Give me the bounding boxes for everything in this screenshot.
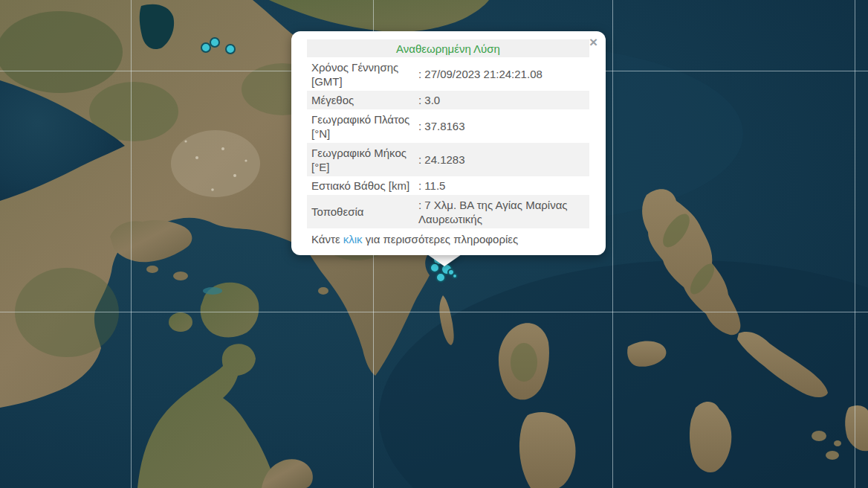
row-magnitude: Μέγεθος : 3.0 xyxy=(307,91,589,109)
graticule-vertical xyxy=(131,0,132,488)
forest-patch xyxy=(511,343,537,382)
map-viewport[interactable]: × Αναθεωρημένη Λύση Χρόνος Γέννησης [GMT… xyxy=(0,0,868,488)
earthquake-info-popup: × Αναθεωρημένη Λύση Χρόνος Γέννησης [GMT… xyxy=(291,31,606,255)
row-location: Τοποθεσία : 7 Χλμ. ΒΑ της Αγίας Μαρίνας … xyxy=(307,195,589,228)
islet xyxy=(318,287,328,295)
earthquake-marker[interactable] xyxy=(452,273,458,279)
row-latitude: Γεωγραφικό Πλάτος [°N] : 37.8163 xyxy=(307,109,589,143)
latitude-value: : 37.8163 xyxy=(418,117,586,135)
popup-title: Αναθεωρημένη Λύση xyxy=(307,39,589,57)
forest-patch xyxy=(0,11,123,93)
close-icon[interactable]: × xyxy=(589,35,597,49)
earthquake-marker[interactable] xyxy=(210,37,220,48)
footer-suffix: για περισσότερες πληροφορίες xyxy=(363,233,519,245)
depth-label: Εστιακό Βάθος [km] xyxy=(307,176,418,195)
islet xyxy=(834,440,841,446)
latitude-label: Γεωγραφικό Πλάτος [°N] xyxy=(307,110,418,143)
islet xyxy=(146,266,158,273)
graticule-horizontal xyxy=(0,312,868,312)
more-info-link[interactable]: κλικ xyxy=(343,233,363,245)
row-depth: Εστιακό Βάθος [km] : 11.5 xyxy=(307,176,589,195)
forest-patch xyxy=(15,268,119,357)
graticule-vertical xyxy=(612,0,613,488)
islet xyxy=(173,272,188,280)
popup-tail xyxy=(427,254,461,266)
footer-prefix: Κάντε xyxy=(311,233,343,245)
origin-time-value: : 27/09/2023 21:24:21.08 xyxy=(418,65,586,83)
longitude-label: Γεωγραφικό Μήκος [°E] xyxy=(307,144,418,176)
urban-athens xyxy=(171,130,260,197)
islet xyxy=(812,431,826,441)
row-origin-time: Χρόνος Γέννησης [GMT] : 27/09/2023 21:24… xyxy=(307,57,589,91)
row-longitude: Γεωγραφικό Μήκος [°E] : 24.1283 xyxy=(307,143,589,176)
longitude-value: : 24.1283 xyxy=(418,150,586,169)
magnitude-label: Μέγεθος xyxy=(307,91,418,109)
popup-footer: Κάντε κλικ για περισσότερες πληροφορίες xyxy=(307,228,589,247)
earthquake-marker[interactable] xyxy=(225,44,236,54)
location-value: : 7 Χλμ. ΒΑ της Αγίας Μαρίνας Λαυρεωτική… xyxy=(418,196,586,228)
magnitude-value: : 3.0 xyxy=(418,91,586,109)
location-label: Τοποθεσία xyxy=(307,202,418,221)
origin-time-label: Χρόνος Γέννησης [GMT] xyxy=(307,58,418,91)
shallow-water xyxy=(203,287,222,295)
island-angistri xyxy=(169,312,192,332)
depth-value: : 11.5 xyxy=(418,176,586,195)
graticule-vertical xyxy=(855,0,855,488)
islet xyxy=(826,451,839,460)
earthquake-marker[interactable] xyxy=(435,272,446,283)
